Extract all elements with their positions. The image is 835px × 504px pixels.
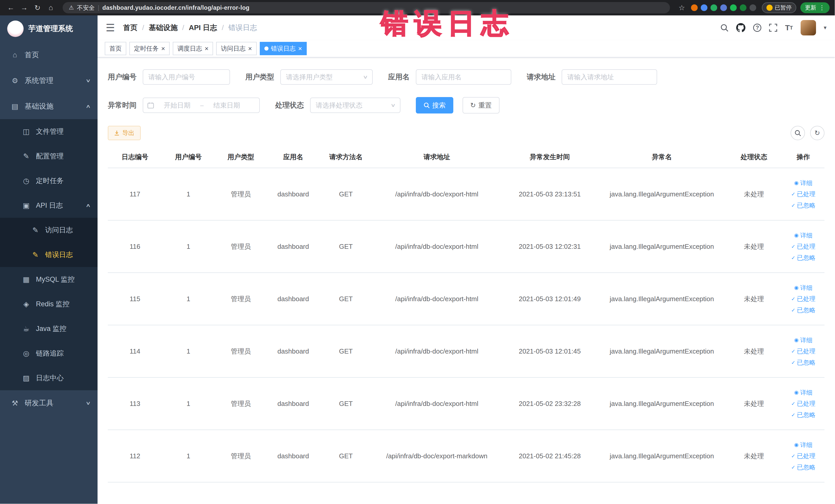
- cell-exception: java.lang.IllegalArgumentException: [598, 325, 726, 378]
- detail-link[interactable]: ◉详细: [794, 441, 812, 449]
- tab-错误日志[interactable]: 错误日志×: [260, 42, 307, 55]
- sidebar-item-trace[interactable]: ◎链路追踪: [0, 341, 98, 366]
- extension-icon-blue[interactable]: [701, 4, 708, 11]
- breadcrumb-item[interactable]: 基础设施: [149, 23, 178, 33]
- user-type-select[interactable]: 请选择用户类型 ∨: [280, 69, 373, 85]
- ignored-link[interactable]: ✓已忽略: [791, 201, 815, 210]
- extension-icon-grid[interactable]: [720, 4, 727, 11]
- start-date-input[interactable]: [156, 101, 198, 109]
- processed-link[interactable]: ✓已处理: [791, 399, 815, 408]
- cell-app: dashboard: [267, 273, 320, 325]
- cell-user_type: 管理员: [215, 220, 267, 273]
- sidebar-item-redis-monitor[interactable]: ◈Redis 监控: [0, 292, 98, 316]
- search-toggle-button[interactable]: [791, 126, 805, 140]
- forward-icon[interactable]: →: [19, 4, 30, 12]
- column-header-actions: 操作: [782, 146, 824, 168]
- sidebar-item-log-center[interactable]: ▨日志中心: [0, 366, 98, 390]
- infra-icon: ▤: [10, 102, 20, 110]
- chevron-up-icon: ∧: [85, 103, 91, 109]
- processed-link[interactable]: ✓已处理: [791, 295, 815, 303]
- browser-home-icon[interactable]: ⌂: [45, 4, 57, 12]
- sidebar-item-config-management[interactable]: ✎配置管理: [0, 144, 98, 168]
- sidebar-item-scheduled-tasks[interactable]: ◷定时任务: [0, 168, 98, 193]
- extension-icon-dark[interactable]: [750, 4, 756, 11]
- sidebar-item-error-log[interactable]: ✎错误日志: [0, 242, 98, 267]
- mysql-icon: ▦: [22, 275, 31, 284]
- detail-link[interactable]: ◉详细: [794, 231, 812, 240]
- user-id-input[interactable]: [143, 69, 230, 85]
- refresh-table-button[interactable]: ↻: [810, 126, 824, 140]
- update-button[interactable]: 更新 ⋮: [800, 2, 830, 13]
- user-avatar[interactable]: [801, 20, 816, 36]
- sidebar-item-access-log[interactable]: ✎访问日志: [0, 218, 98, 242]
- kebab-menu-icon[interactable]: ⋮: [819, 4, 825, 11]
- app-logo[interactable]: 芋道管理系统: [0, 15, 98, 42]
- sidebar-item-label: 定时任务: [36, 176, 64, 185]
- paused-badge[interactable]: 已暂停: [762, 2, 796, 13]
- font-size-icon[interactable]: TT: [785, 23, 793, 32]
- exception-time-range[interactable]: –: [143, 98, 260, 113]
- detail-link[interactable]: ◉详细: [794, 179, 812, 187]
- app-name-input[interactable]: [416, 69, 511, 85]
- column-header-url: 请求地址: [372, 146, 501, 168]
- bookmark-star-icon[interactable]: ☆: [676, 4, 687, 12]
- process-status-select[interactable]: 请选择处理状态 ∨: [310, 98, 401, 113]
- actions-stack: ◉详细✓已处理✓已忽略: [784, 283, 822, 315]
- breadcrumb-item[interactable]: API 日志: [189, 23, 217, 33]
- sidebar-item-home[interactable]: ⌂首页: [0, 42, 98, 68]
- github-icon[interactable]: [736, 23, 746, 32]
- chevron-down-icon: ∨: [85, 78, 91, 83]
- processed-link[interactable]: ✓已处理: [791, 242, 815, 251]
- sidebar-item-system-management[interactable]: ⚙系统管理∨: [0, 68, 98, 94]
- sidebar-item-java-monitor[interactable]: ☕Java 监控: [0, 316, 98, 341]
- detail-link[interactable]: ◉详细: [794, 388, 812, 397]
- close-icon[interactable]: ×: [161, 45, 165, 52]
- cell-time: 2021-05-03 12:02:31: [501, 220, 598, 273]
- reload-icon[interactable]: ↻: [32, 4, 43, 12]
- ignored-link[interactable]: ✓已忽略: [791, 358, 815, 367]
- tab-调度日志[interactable]: 调度日志×: [173, 42, 213, 55]
- detail-link[interactable]: ◉详细: [794, 336, 812, 345]
- processed-link[interactable]: ✓已处理: [791, 190, 815, 199]
- extension-icon-red[interactable]: [691, 4, 698, 11]
- sidebar-item-dev-tools[interactable]: ⚒研发工具∨: [0, 390, 98, 416]
- table-row: 1171管理员dashboardGET/api/infra/db-doc/exp…: [108, 168, 824, 220]
- extension-icon-green[interactable]: [711, 4, 717, 11]
- sidebar-item-file-management[interactable]: ◫文件管理: [0, 119, 98, 144]
- export-button[interactable]: 导出: [108, 126, 141, 140]
- ignored-link[interactable]: ✓已忽略: [791, 463, 815, 472]
- redis-icon: ◈: [22, 300, 31, 308]
- processed-link[interactable]: ✓已处理: [791, 451, 815, 460]
- request-url-input[interactable]: [562, 69, 657, 85]
- ignored-link[interactable]: ✓已忽略: [791, 254, 815, 262]
- address-bar[interactable]: ⚠ 不安全 | dashboard.yudao.iocoder.cn/infra…: [63, 2, 670, 13]
- reset-button[interactable]: ↻ 重置: [463, 97, 500, 114]
- tab-访问日志[interactable]: 访问日志×: [216, 42, 257, 55]
- close-icon[interactable]: ×: [298, 45, 302, 52]
- sidebar-item-mysql-monitor[interactable]: ▦MySQL 监控: [0, 267, 98, 292]
- search-button[interactable]: 搜索: [416, 97, 453, 114]
- close-icon[interactable]: ×: [205, 45, 208, 52]
- close-icon[interactable]: ×: [248, 45, 252, 52]
- sidebar-item-api-log[interactable]: ▣API 日志∧: [0, 193, 98, 218]
- cell-url: /api/infra/db-doc/export-html: [372, 220, 501, 273]
- ignored-link[interactable]: ✓已忽略: [791, 306, 815, 315]
- tab-首页[interactable]: 首页: [105, 42, 126, 55]
- search-icon[interactable]: [720, 24, 729, 32]
- tab-定时任务[interactable]: 定时任务×: [129, 42, 170, 55]
- extension-icon-on[interactable]: [730, 4, 737, 11]
- extension-icon-leaf[interactable]: [740, 4, 747, 11]
- back-icon[interactable]: ←: [5, 4, 16, 12]
- app-title: 芋道管理系统: [28, 24, 73, 34]
- fullscreen-icon[interactable]: [769, 24, 777, 32]
- cell-status: 未处理: [726, 220, 782, 273]
- caret-down-icon[interactable]: ▾: [824, 24, 827, 31]
- end-date-input[interactable]: [206, 101, 248, 109]
- sidebar-item-infrastructure[interactable]: ▤基础设施∧: [0, 94, 98, 119]
- breadcrumb-item[interactable]: 首页: [123, 23, 138, 33]
- processed-link[interactable]: ✓已处理: [791, 347, 815, 356]
- hamburger-icon[interactable]: ☰: [106, 23, 115, 33]
- detail-link[interactable]: ◉详细: [794, 283, 812, 292]
- help-icon[interactable]: ?: [753, 24, 761, 32]
- ignored-link[interactable]: ✓已忽略: [791, 410, 815, 419]
